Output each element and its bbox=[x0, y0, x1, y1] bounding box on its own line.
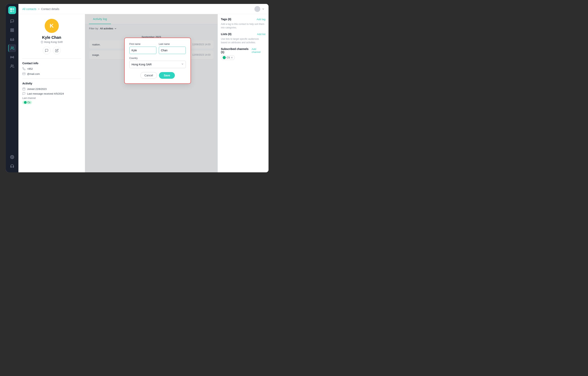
breadcrumb-separator: > bbox=[38, 7, 40, 10]
svg-point-11 bbox=[11, 65, 12, 66]
contact-joined: Joined 22/8/2023 bbox=[27, 88, 47, 91]
svg-rect-14 bbox=[23, 88, 25, 90]
svg-rect-8 bbox=[11, 39, 14, 41]
country-select-wrapper: Hong Kong SAR China Singapore United Sta… bbox=[129, 61, 186, 68]
last-channel-badge: Cs bbox=[22, 101, 32, 104]
add-tag-link[interactable]: Add tag bbox=[257, 18, 265, 21]
add-channel-link[interactable]: Add channel bbox=[252, 48, 265, 53]
subscribed-title: Subscribed channels (1) bbox=[221, 47, 252, 54]
country-select[interactable]: Hong Kong SAR China Singapore United Sta… bbox=[129, 61, 186, 68]
modal-first-name-field: First name bbox=[129, 43, 156, 54]
middle-panel: Activity log Filter by: All activities S… bbox=[85, 14, 218, 172]
subscribed-channels-header: Subscribed channels (1) Add channel bbox=[221, 47, 265, 54]
user-avatar[interactable] bbox=[254, 6, 260, 12]
app-logo[interactable] bbox=[8, 6, 16, 14]
left-panel: K Kyle Chan Hong Kong SAR bbox=[18, 14, 85, 172]
sidebar-item-settings[interactable] bbox=[8, 153, 16, 161]
svg-rect-6 bbox=[11, 31, 12, 32]
country-label: Country bbox=[129, 57, 186, 60]
remove-channel-button[interactable]: ✕ bbox=[231, 56, 233, 59]
contact-last-message-row: Last message received 4/5/2024 bbox=[22, 92, 81, 95]
contact-last-message: Last message received 4/5/2024 bbox=[27, 92, 64, 95]
contact-info-title: Contact info bbox=[22, 62, 81, 65]
contact-actions bbox=[22, 47, 81, 54]
sidebar-item-dashboard[interactable] bbox=[8, 26, 16, 34]
sidebar-item-chat[interactable] bbox=[8, 17, 16, 25]
tags-section-header: Tags (0) Add tag bbox=[221, 18, 265, 21]
contact-email-row: @mail.com bbox=[22, 72, 81, 75]
sidebar-item-support[interactable] bbox=[8, 162, 16, 170]
svg-rect-2 bbox=[10, 10, 12, 12]
svg-rect-5 bbox=[12, 29, 14, 30]
svg-rect-7 bbox=[12, 31, 14, 32]
content-area: K Kyle Chan Hong Kong SAR bbox=[18, 14, 268, 172]
first-name-label: First name bbox=[129, 43, 156, 45]
right-panel: Tags (0) Add tag Add a tag to this conta… bbox=[218, 14, 268, 172]
message-received-icon bbox=[22, 92, 25, 95]
contact-location: Hong Kong SAR bbox=[22, 41, 81, 43]
last-name-input[interactable] bbox=[159, 47, 186, 54]
last-channel-label: Last channel bbox=[22, 97, 81, 99]
email-icon bbox=[22, 72, 25, 75]
message-icon bbox=[45, 49, 48, 52]
svg-rect-3 bbox=[12, 10, 14, 12]
contact-phone: +852 bbox=[27, 67, 33, 70]
contact-name: Kyle Chan bbox=[22, 35, 81, 40]
svg-point-10 bbox=[12, 57, 12, 57]
cancel-button[interactable]: Cancel bbox=[140, 72, 157, 79]
edit-icon bbox=[55, 49, 59, 52]
calendar-icon bbox=[22, 87, 25, 91]
edit-contact-button[interactable] bbox=[53, 47, 61, 54]
breadcrumb-current-page: Contact details bbox=[41, 7, 59, 10]
top-bar: All contacts > Contact details bbox=[18, 4, 268, 14]
contact-avatar: K bbox=[45, 19, 59, 33]
subscribed-channel-badge: CS ✕ bbox=[221, 55, 235, 60]
top-bar-right bbox=[254, 6, 265, 12]
chevron-down-icon bbox=[262, 8, 265, 10]
sidebar-item-broadcast[interactable] bbox=[8, 53, 16, 61]
modal-last-name-field: Last name bbox=[159, 43, 186, 54]
send-message-button[interactable] bbox=[43, 47, 51, 54]
sidebar-item-contacts[interactable] bbox=[8, 44, 16, 52]
lists-description: Use lists to target specific audiences b… bbox=[221, 37, 265, 44]
tags-description: Add a tag to this contact to help sort t… bbox=[221, 22, 265, 29]
sidebar-item-inbox[interactable] bbox=[8, 35, 16, 43]
last-channel-name: Cs bbox=[27, 101, 30, 104]
modal-overlay: First name Last name Country Hong Ko bbox=[85, 14, 218, 172]
sidebar-item-teams[interactable] bbox=[8, 62, 16, 70]
divider-1 bbox=[22, 58, 81, 59]
contact-email: @mail.com bbox=[27, 73, 40, 75]
contact-phone-row: +852 bbox=[22, 67, 81, 70]
svg-point-13 bbox=[42, 42, 42, 42]
whatsapp-icon bbox=[223, 56, 226, 59]
add-list-link[interactable]: Add list bbox=[257, 33, 265, 36]
sidebar bbox=[6, 4, 18, 172]
svg-rect-4 bbox=[11, 29, 12, 30]
contact-joined-row: Joined 22/8/2023 bbox=[22, 87, 81, 91]
last-name-label: Last name bbox=[159, 43, 186, 45]
lists-section-header: Lists (0) Add list bbox=[221, 32, 265, 36]
first-name-input[interactable] bbox=[129, 47, 156, 54]
location-icon bbox=[41, 41, 43, 43]
svg-point-12 bbox=[12, 157, 13, 158]
svg-rect-0 bbox=[10, 8, 12, 10]
tags-title: Tags (0) bbox=[221, 18, 231, 21]
channel-badge-container: CS ✕ bbox=[221, 55, 265, 60]
contact-location-text: Hong Kong SAR bbox=[44, 41, 63, 43]
svg-point-9 bbox=[11, 47, 12, 48]
channel-name-text: CS bbox=[226, 56, 230, 59]
phone-icon bbox=[22, 67, 25, 70]
activity-title: Activity bbox=[22, 82, 81, 85]
breadcrumb: All contacts > Contact details bbox=[22, 7, 59, 10]
save-button[interactable]: Save bbox=[159, 72, 175, 79]
modal-name-row: First name Last name bbox=[129, 43, 186, 54]
svg-rect-1 bbox=[12, 8, 14, 10]
lists-title: Lists (0) bbox=[221, 32, 232, 36]
main-content: All contacts > Contact details K Kyle Ch… bbox=[18, 4, 268, 172]
breadcrumb-all-contacts[interactable]: All contacts bbox=[22, 7, 36, 10]
edit-contact-modal: First name Last name Country Hong Ko bbox=[124, 38, 191, 84]
channel-badge-dot bbox=[24, 101, 27, 104]
modal-actions: Cancel Save bbox=[129, 72, 186, 79]
sidebar-bottom bbox=[8, 153, 16, 170]
